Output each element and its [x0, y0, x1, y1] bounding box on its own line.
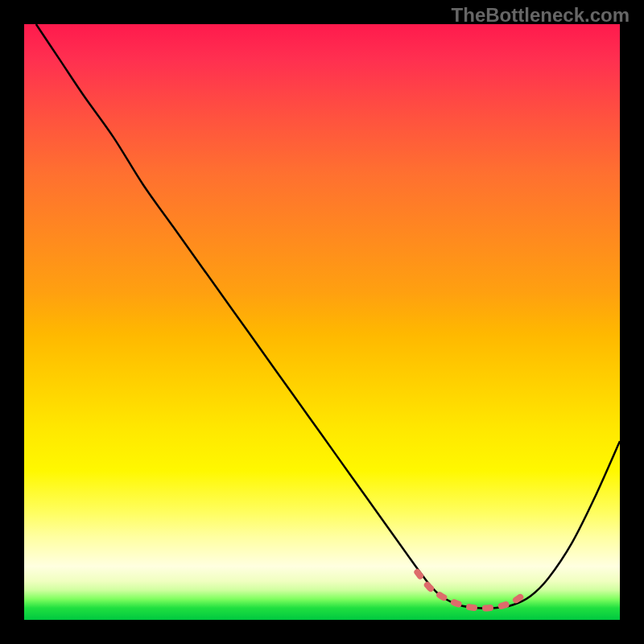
attribution-text: TheBottleneck.com — [452, 4, 630, 27]
chart-plot-area — [24, 24, 620, 620]
main-curve-line — [36, 24, 620, 609]
chart-svg — [24, 24, 620, 620]
